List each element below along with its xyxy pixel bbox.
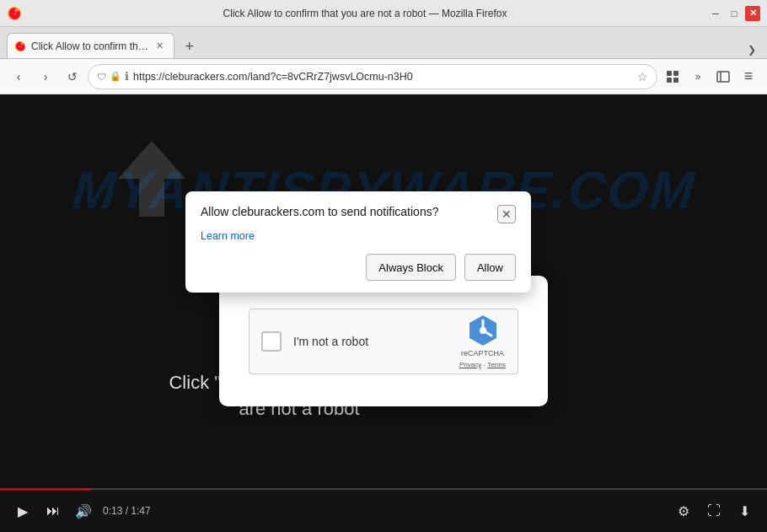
close-button[interactable]: ✕	[745, 6, 760, 21]
privacy-link[interactable]: Privacy	[459, 361, 481, 368]
time-display: 0:13 / 1:47	[103, 505, 151, 517]
svg-rect-4	[667, 78, 672, 83]
fullscreen-button[interactable]: ⛶	[703, 500, 725, 522]
tab-bar: Click Allow to confirm th… ✕ + ❯	[0, 27, 767, 59]
skip-button[interactable]: ⏭	[42, 500, 64, 522]
sidebar-button[interactable]	[711, 65, 735, 89]
firefox-icon	[7, 6, 22, 21]
address-bar[interactable]: 🛡 🔒 ℹ https://cleburackers.com/land?c=8v…	[88, 64, 657, 89]
title-bar-controls: ─ □ ✕	[708, 6, 760, 21]
title-bar-left	[7, 6, 22, 21]
captcha-box: I'm not a robot reCAPTCHA Privacy - Term…	[219, 276, 548, 406]
video-controls: ▶ ⏭ 🔊 0:13 / 1:47 ⚙ ⛶ ⬇	[0, 490, 767, 532]
settings-button[interactable]: ⚙	[673, 500, 695, 522]
reload-button[interactable]: ↺	[61, 65, 84, 89]
svg-rect-5	[673, 78, 678, 83]
volume-button[interactable]: 🔊	[72, 500, 94, 522]
arrow-up-icon	[118, 137, 185, 221]
recaptcha-links: Privacy - Terms	[459, 361, 506, 368]
sidebar-icon	[716, 70, 730, 83]
tab-close-button[interactable]: ✕	[153, 40, 167, 53]
address-security-icons: 🛡 🔒 ℹ	[97, 70, 129, 83]
new-tab-button[interactable]: +	[178, 35, 201, 58]
tab-overflow-button[interactable]: ❯	[743, 41, 760, 58]
allow-button[interactable]: Allow	[464, 254, 516, 281]
svg-rect-6	[717, 72, 729, 82]
overflow-button[interactable]: »	[686, 65, 710, 89]
popup-header: Allow cleburackers.com to send notificat…	[201, 205, 516, 223]
recaptcha-logo-icon	[466, 314, 500, 347]
info-icon: ℹ	[125, 70, 129, 83]
extensions-button[interactable]	[661, 65, 684, 89]
content-area: MYANTISPYWARE.COM Click "Allow" to confi…	[0, 94, 767, 532]
shield-icon: 🛡	[97, 72, 106, 82]
forward-button[interactable]: ›	[34, 65, 57, 89]
always-block-button[interactable]: Always Block	[366, 254, 456, 281]
minimize-button[interactable]: ─	[708, 6, 723, 21]
tab-label: Click Allow to confirm th…	[31, 40, 148, 52]
terms-link[interactable]: Terms	[487, 361, 506, 368]
browser-window: Click Allow to confirm that you are not …	[0, 0, 767, 532]
popup-buttons: Always Block Allow	[201, 254, 516, 281]
arrow-container	[118, 137, 185, 224]
url-text: https://cleburackers.com/land?c=8vCRrZ7j…	[133, 71, 633, 83]
notification-popup: Allow cleburackers.com to send notificat…	[185, 191, 531, 293]
bookmark-star-icon[interactable]: ☆	[637, 70, 648, 83]
puzzle-icon	[666, 70, 679, 83]
link-separator: -	[483, 361, 485, 368]
popup-title: Allow cleburackers.com to send notificat…	[201, 205, 497, 218]
active-tab[interactable]: Click Allow to confirm th… ✕	[7, 33, 174, 58]
menu-button[interactable]: ≡	[737, 65, 760, 89]
lock-icon: 🔒	[110, 71, 121, 82]
play-button[interactable]: ▶	[12, 500, 34, 522]
recaptcha-checkbox[interactable]	[261, 331, 282, 352]
svg-marker-8	[118, 141, 185, 217]
recaptcha-widget[interactable]: I'm not a robot reCAPTCHA Privacy - Term…	[249, 309, 518, 374]
learn-more-link[interactable]: Learn more	[201, 230, 516, 242]
svg-rect-2	[667, 71, 672, 76]
recaptcha-brand-text: reCAPTCHA	[461, 349, 504, 359]
title-bar-title: Click Allow to confirm that you are not …	[22, 8, 708, 19]
nav-right-buttons: » ≡	[661, 65, 760, 89]
title-bar: Click Allow to confirm that you are not …	[0, 0, 767, 27]
download-button[interactable]: ⬇	[733, 500, 755, 522]
popup-close-button[interactable]: ✕	[497, 205, 516, 223]
recaptcha-logo-area: reCAPTCHA Privacy - Terms	[459, 314, 506, 368]
nav-bar: ‹ › ↺ 🛡 🔒 ℹ https://cleburackers.com/lan…	[0, 59, 767, 94]
recaptcha-label: I'm not a robot	[293, 335, 448, 348]
maximize-button[interactable]: □	[727, 6, 742, 21]
tab-favicon-icon	[14, 40, 26, 52]
svg-point-9	[480, 327, 486, 334]
back-button[interactable]: ‹	[7, 65, 30, 89]
svg-rect-3	[673, 71, 678, 76]
